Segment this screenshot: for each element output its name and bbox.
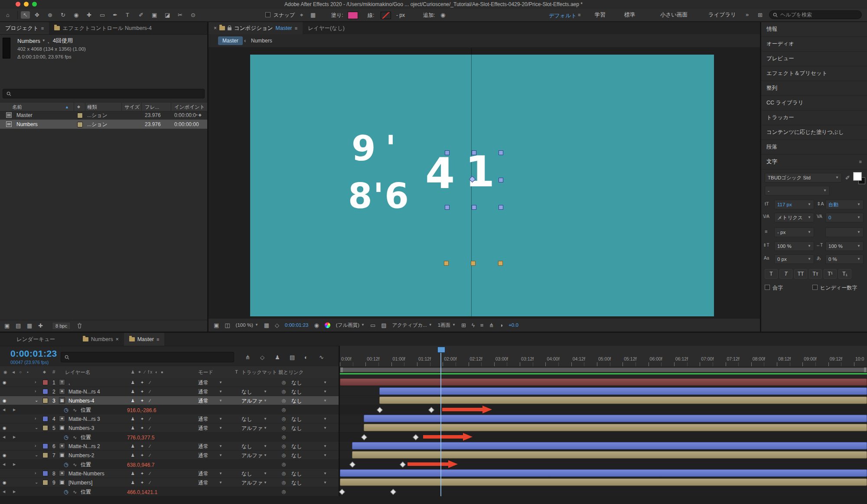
panel-menu-icon[interactable]: ≡	[41, 26, 44, 31]
property-name[interactable]: 位置	[81, 407, 91, 413]
workspace-small-screen-button[interactable]: 小さい画面	[660, 12, 688, 18]
next-keyframe-icon[interactable]: ▶	[13, 408, 16, 412]
next-keyframe-icon[interactable]: ▶	[13, 435, 16, 439]
property-value[interactable]: 776.0,377.5	[127, 435, 154, 441]
selection-handle[interactable]	[499, 150, 503, 155]
fill-swatch[interactable]	[853, 172, 862, 181]
faux-bold-button[interactable]: T	[765, 269, 778, 279]
roi-icon[interactable]: ▭	[370, 322, 375, 328]
font-size-select[interactable]: 117 px ▼	[774, 200, 814, 209]
layer-handle[interactable]	[498, 261, 503, 266]
selection-handle[interactable]	[472, 150, 476, 155]
layer-row-9[interactable]: ◉ ⌄ 9 ▦ [Numbers] ♟ ✦ ∕ 通常 ▼ アルファ ▼ ◎ なし…	[0, 478, 867, 487]
close-panel-icon[interactable]: ×	[214, 26, 217, 31]
subscript-button[interactable]: T₁	[838, 269, 851, 279]
current-time-display[interactable]: 0:00:01:23	[10, 348, 57, 359]
shape-tool-icon[interactable]: ▭	[100, 12, 105, 18]
parent-select[interactable]: なし	[291, 416, 302, 422]
clone-stamp-tool-icon[interactable]: ▣	[152, 12, 157, 18]
breadcrumb-numbers[interactable]: Numbers	[251, 38, 272, 43]
zoom-window-button[interactable]	[32, 2, 37, 7]
stopwatch-icon[interactable]: ◷	[64, 434, 68, 440]
track-matte-select[interactable]: アルファ	[241, 453, 263, 458]
roto-brush-tool-icon[interactable]: ✂	[178, 12, 183, 18]
frame-blend-icon[interactable]: ▤	[290, 354, 295, 360]
mask-visibility-icon[interactable]: ◇	[275, 322, 279, 328]
panel-item-tracker[interactable]: トラッカー	[761, 111, 867, 125]
property-name[interactable]: 位置	[81, 489, 91, 494]
parent-select[interactable]: なし	[291, 453, 302, 458]
layer-name[interactable]: Matte-N...rs 3	[68, 416, 100, 422]
stopwatch-icon[interactable]: ◷	[64, 489, 68, 495]
visibility-eye-icon[interactable]: ◉	[3, 453, 7, 458]
blend-mode-select[interactable]: 通常	[198, 426, 209, 431]
comp-mini-flowchart-icon[interactable]: ⋔	[245, 354, 250, 360]
position-property-row-1[interactable]: ◀ ▶ ◷ ∿ 位置 916.0,-286.6 ◎	[0, 405, 867, 414]
expand-arrow-icon[interactable]: ⌄	[35, 426, 38, 430]
add-target-icon[interactable]: ◉	[440, 12, 445, 18]
hand-tool-icon[interactable]: ✥	[35, 12, 39, 18]
layer-row-3[interactable]: ◉ ⌄ 3 ▦ Numbers-4 ♟ ✦ ∕ 通常 ▼ アルファ ▼ ◎ なし…	[0, 396, 867, 405]
panel-menu-icon[interactable]: ≡	[859, 159, 862, 164]
layer-row-7[interactable]: ◉ ⌄ 7 ▦ Numbers-2 ♟ ✦ ∕ 通常 ▼ アルファ ▼ ◎ なし…	[0, 451, 867, 460]
layer-name[interactable]: Numbers-2	[68, 453, 94, 458]
selection-handle[interactable]	[445, 205, 450, 210]
breadcrumb-master-chip[interactable]: Master	[218, 36, 243, 45]
previous-keyframe-icon[interactable]: ◀	[3, 435, 5, 439]
column-frames[interactable]: フレ...	[145, 104, 159, 111]
new-folder-icon[interactable]: ▤	[16, 323, 21, 328]
time-ruler[interactable]: 0:00f00:12f01:00f01:12f02:00f02:12f03:00…	[340, 346, 867, 367]
stopwatch-icon[interactable]: ◷	[64, 407, 68, 413]
layer-label-color[interactable]	[42, 389, 48, 394]
composition-viewer[interactable]: 9 ' 4 1 8'6	[209, 47, 760, 319]
panel-menu-icon[interactable]: ≡	[156, 337, 159, 342]
selection-handle[interactable]	[472, 205, 476, 210]
cti-playhead-line[interactable]	[440, 352, 441, 496]
close-window-button[interactable]	[16, 2, 20, 7]
expand-arrow-icon[interactable]: ⌄	[35, 398, 38, 403]
minimize-window-button[interactable]	[24, 2, 29, 7]
next-keyframe-icon[interactable]: ▶	[13, 462, 16, 466]
draft-3d-icon[interactable]: ◇	[260, 354, 264, 360]
layer-switches[interactable]: ♟ ✦ ∕	[131, 416, 153, 421]
track-matte-select[interactable]: アルファ	[241, 398, 263, 403]
fast-previews-icon[interactable]: ϟ	[472, 322, 475, 328]
zoom-tool-icon[interactable]: ⊕	[48, 12, 52, 18]
leading-select[interactable]: 自動 ▼	[825, 200, 864, 209]
layer-duration-bar[interactable]	[352, 442, 867, 449]
magnification-select[interactable]: (100 %)▼	[236, 322, 258, 328]
layer-switches[interactable]: ♟ ✦ ∕	[131, 453, 153, 458]
vertical-scale-select[interactable]: 100 % ▼	[774, 241, 814, 251]
view-layout-select[interactable]: 1画面▼	[438, 322, 456, 328]
adjust-icon[interactable]: ✚	[38, 323, 43, 328]
layer-name[interactable]: Matte-Numbers	[68, 471, 104, 476]
fill-color-swatch[interactable]	[348, 12, 358, 19]
motion-blur-icon[interactable]: ◐	[304, 354, 308, 360]
all-caps-button[interactable]: TT	[794, 269, 807, 279]
track-matte-column-header[interactable]: トラックマット	[241, 369, 277, 376]
workspace-learn-button[interactable]: 学習	[595, 12, 606, 18]
font-family-select[interactable]: TBUDゴシック Std ▼	[765, 173, 842, 182]
horizontal-scale-select[interactable]: 100 % ▼	[825, 241, 864, 251]
column-size[interactable]: サイズ	[124, 104, 140, 111]
layer-name-column-header[interactable]: レイヤー名	[65, 369, 90, 376]
transparency-grid-icon[interactable]: ▨	[381, 322, 386, 328]
tsume-select[interactable]: 0 % ▼	[825, 254, 864, 264]
tab-render-queue[interactable]: レンダーキュー	[0, 333, 60, 346]
tracking-select[interactable]: 0 ▼	[825, 213, 864, 222]
panel-item-preview[interactable]: プレビュー	[761, 52, 867, 66]
pickwhip-icon[interactable]: ◎	[282, 480, 286, 485]
layer-duration-bar[interactable]	[364, 415, 867, 422]
next-keyframe-icon[interactable]: ▶	[13, 490, 16, 494]
delete-icon[interactable]	[77, 323, 82, 328]
layer-label-color[interactable]	[42, 380, 48, 385]
parent-select[interactable]: なし	[291, 380, 302, 385]
layer-duration-bar[interactable]	[364, 424, 867, 431]
snap-checkbox[interactable]	[265, 12, 271, 17]
graph-toggle-icon[interactable]: ∿	[73, 489, 77, 495]
blend-mode-select[interactable]: 通常	[198, 416, 209, 422]
graph-toggle-icon[interactable]: ∿	[73, 462, 77, 468]
flowchart-icon[interactable]: ⋔	[489, 322, 494, 328]
property-value[interactable]: 638.0,946.7	[127, 462, 154, 468]
property-value[interactable]: 916.0,-286.6	[127, 407, 156, 413]
